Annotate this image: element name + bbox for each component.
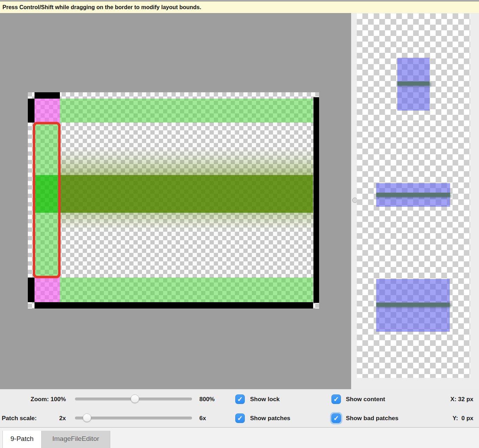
stretch-marker-top[interactable] bbox=[35, 92, 60, 99]
stretch-marker-left-lower[interactable] bbox=[28, 278, 35, 302]
stretch-marker-left-upper[interactable] bbox=[28, 99, 35, 123]
preview-both-stretch bbox=[376, 279, 450, 332]
show-bad-patches-label[interactable]: Show bad patches bbox=[346, 413, 398, 423]
check-icon: ✓ bbox=[334, 415, 339, 422]
show-bad-patches-checkbox[interactable]: ✓ bbox=[331, 413, 341, 423]
control-bar: Zoom: 100% 800% ✓ Show lock ✓ Show conte… bbox=[0, 389, 479, 427]
preview-pane bbox=[351, 13, 479, 389]
padding-marker-right[interactable] bbox=[313, 97, 319, 303]
corner-patch-bottom-left bbox=[35, 278, 60, 302]
stretch-band-bottom bbox=[60, 278, 313, 302]
ninepatch-canvas[interactable] bbox=[28, 92, 319, 309]
corner-patch-top-left bbox=[35, 99, 60, 123]
content-glow-above bbox=[60, 148, 313, 175]
show-lock-checkbox[interactable]: ✓ bbox=[235, 394, 245, 404]
preview-divider-bar bbox=[376, 303, 450, 307]
content-bar-band bbox=[60, 175, 313, 213]
bad-patch-outline bbox=[33, 122, 61, 278]
preview-checker bbox=[357, 13, 470, 378]
show-patches-label[interactable]: Show patches bbox=[250, 413, 290, 423]
draw9patch-window: Press Control/Shift while dragging on th… bbox=[0, 0, 479, 448]
preview-vertical-stretch bbox=[397, 58, 430, 111]
tab-imagefileeditor[interactable]: ImageFileEditor bbox=[42, 431, 110, 448]
zoom-value: 100% bbox=[51, 396, 66, 403]
preview-horizontal-stretch bbox=[376, 183, 450, 207]
tab-bar: 9-Patch ImageFileEditor bbox=[0, 427, 479, 448]
show-content-label[interactable]: Show content bbox=[346, 394, 385, 404]
padding-marker-bottom[interactable] bbox=[35, 302, 313, 309]
hint-banner: Press Control/Shift while dragging on th… bbox=[0, 1, 479, 13]
hint-banner-text: Press Control/Shift while dragging on th… bbox=[2, 4, 201, 10]
show-lock-label[interactable]: Show lock bbox=[250, 394, 280, 404]
zoom-max-label: 800% bbox=[199, 394, 214, 404]
preview-divider-bar bbox=[376, 193, 450, 197]
editor-pane bbox=[0, 13, 351, 389]
show-content-checkbox[interactable]: ✓ bbox=[331, 394, 341, 404]
patch-scale-slider-thumb[interactable] bbox=[83, 413, 91, 422]
cursor-y-readout: Y: 0 px bbox=[436, 413, 473, 423]
patch-scale-label: Patch scale: bbox=[2, 413, 37, 423]
check-icon: ✓ bbox=[237, 415, 243, 422]
check-icon: ✓ bbox=[334, 396, 339, 403]
patch-scale-slider-track[interactable] bbox=[75, 417, 192, 419]
patch-scale-value: 2x bbox=[42, 413, 66, 423]
tab-9patch[interactable]: 9-Patch bbox=[2, 431, 42, 448]
zoom-slider-thumb[interactable] bbox=[131, 394, 139, 403]
content-glow-below bbox=[60, 213, 313, 230]
stretch-band-top bbox=[60, 99, 313, 123]
cursor-x-readout: X: 32 px bbox=[436, 394, 473, 404]
patch-scale-max-label: 6x bbox=[199, 413, 206, 423]
preview-divider-bar bbox=[397, 81, 430, 86]
zoom-label: Zoom: 100% bbox=[0, 394, 66, 404]
check-icon: ✓ bbox=[237, 396, 243, 403]
show-patches-checkbox[interactable]: ✓ bbox=[235, 413, 245, 423]
